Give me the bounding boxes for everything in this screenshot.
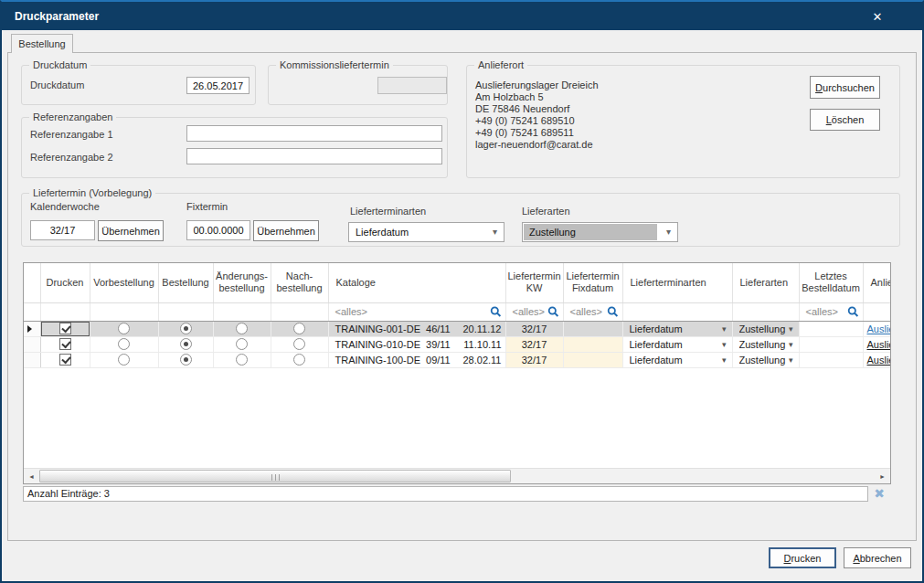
chevron-down-icon[interactable]: ▾	[789, 355, 793, 365]
clear-filter-icon[interactable]: ✖	[870, 485, 888, 502]
cell-lieferterminart[interactable]: Lieferdatum▾	[622, 321, 732, 336]
cell-drucken[interactable]	[40, 321, 90, 336]
filter-kataloge[interactable]: <alles>	[328, 302, 505, 321]
fixtermin-uebernehmen-button[interactable]: Übernehmen	[253, 220, 319, 241]
cell-aenderungsbestellung[interactable]	[213, 352, 271, 367]
nachbestellung-radio[interactable]	[293, 338, 305, 350]
abbrechen-button[interactable]: Abbrechen	[844, 547, 911, 568]
tab-bestellung[interactable]: Bestellung	[11, 34, 73, 53]
druckdatum-input[interactable]	[186, 77, 250, 94]
anlieferort-link[interactable]: Auslie	[864, 339, 891, 350]
vorbestellung-radio[interactable]	[118, 323, 130, 334]
vorbestellung-radio[interactable]	[118, 354, 130, 366]
anlieferort-link[interactable]: Auslie	[864, 355, 891, 366]
search-icon[interactable]	[547, 306, 559, 318]
chevron-down-icon[interactable]: ▾	[789, 340, 793, 349]
kalenderwoche-uebernehmen-button[interactable]: Übernehmen	[98, 220, 164, 241]
column-header-bestellung[interactable]: Bestellung	[158, 263, 213, 302]
cell-vorbestellung[interactable]	[90, 321, 158, 336]
cell-liefertermin-kw[interactable]: 32/17	[505, 352, 563, 367]
aenderungsbestellung-radio[interactable]	[236, 338, 248, 350]
cell-vorbestellung[interactable]	[90, 336, 158, 352]
close-icon[interactable]: ✕	[865, 8, 890, 26]
scroll-left-icon[interactable]: ◄	[24, 469, 39, 483]
column-header-aenderungsbestellung[interactable]: Änderungs- bestellung	[213, 263, 271, 302]
column-header-liefertermin-fixdatum[interactable]: Liefertermin Fixdatum	[563, 263, 622, 302]
filter-liefertermin-kw[interactable]: <alles>	[505, 302, 563, 321]
nachbestellung-radio[interactable]	[293, 354, 305, 366]
row-header[interactable]	[24, 336, 40, 352]
cell-katalog[interactable]: TRAINING-010-DE39/1111.10.11	[328, 336, 505, 352]
scrollbar-thumb[interactable]	[39, 470, 511, 482]
drucken-checkbox[interactable]	[59, 354, 71, 366]
scrollbar-track[interactable]	[39, 469, 875, 483]
fixtermin-input[interactable]	[186, 220, 250, 240]
drucken-checkbox[interactable]	[59, 323, 71, 334]
cell-lieferart[interactable]: Zustellung▾	[732, 336, 799, 352]
cell-vorbestellung[interactable]	[90, 352, 158, 367]
row-header[interactable]	[24, 352, 40, 367]
cell-lieferterminart[interactable]: Lieferdatum▾	[622, 336, 732, 352]
search-icon[interactable]	[607, 306, 619, 318]
bestellung-radio[interactable]	[180, 323, 192, 334]
table-row[interactable]: TRAINING-001-DE46/1120.11.12 32/17 Liefe…	[24, 321, 890, 336]
cell-letztes-bestelldatum[interactable]	[799, 336, 863, 352]
cell-katalog[interactable]: TRAINING-001-DE46/1120.11.12	[328, 321, 505, 336]
column-header-nachbestellung[interactable]: Nach- bestellung	[271, 263, 328, 302]
cell-nachbestellung[interactable]	[271, 336, 328, 352]
drucken-button[interactable]: Drucken	[769, 547, 836, 568]
cell-bestellung[interactable]	[158, 352, 213, 367]
cell-liefertermin-kw[interactable]: 32/17	[505, 336, 563, 352]
cell-aenderungsbestellung[interactable]	[213, 321, 271, 336]
table-row[interactable]: TRAINING-010-DE39/1111.10.11 32/17 Liefe…	[24, 336, 890, 352]
anlieferort-link[interactable]: Auslie	[864, 323, 891, 334]
kommissionsliefertermin-input[interactable]	[377, 77, 447, 94]
column-header-lieferterminarten[interactable]: Lieferterminarten	[622, 263, 732, 302]
column-header-lieferarten[interactable]: Lieferarten	[732, 263, 799, 302]
column-header-letztes-bestelldatum[interactable]: Letztes Bestelldatum	[799, 263, 863, 302]
vorbestellung-radio[interactable]	[118, 338, 130, 350]
aenderungsbestellung-radio[interactable]	[236, 354, 248, 366]
cell-lieferart[interactable]: Zustellung▾	[732, 352, 799, 367]
cell-lieferart[interactable]: Zustellung▾	[732, 321, 799, 336]
referenzangabe1-input[interactable]	[186, 125, 442, 142]
filter-letztes-bestelldatum[interactable]: <alles>	[799, 302, 863, 321]
cell-liefertermin-fixdatum[interactable]	[563, 336, 622, 352]
row-header[interactable]	[24, 321, 40, 336]
loeschen-button[interactable]: Löschen	[810, 109, 880, 131]
cell-liefertermin-fixdatum[interactable]	[563, 321, 622, 336]
chevron-down-icon[interactable]: ▾	[789, 324, 793, 334]
lieferterminarten-select[interactable]: Lieferdatum ▾	[348, 222, 504, 242]
bestellung-radio[interactable]	[180, 354, 192, 366]
cell-liefertermin-fixdatum[interactable]	[563, 352, 622, 367]
cell-katalog[interactable]: TRAINING-100-DE09/1128.02.11	[328, 352, 505, 367]
durchsuchen-button[interactable]: Durchsuchen	[810, 76, 880, 99]
search-icon[interactable]	[847, 306, 859, 318]
column-header-anlieferort[interactable]: Anlief	[863, 263, 890, 302]
chevron-down-icon[interactable]: ▾	[493, 227, 497, 237]
table-row[interactable]: TRAINING-100-DE09/1128.02.11 32/17 Liefe…	[24, 352, 890, 367]
cell-bestellung[interactable]	[158, 321, 213, 336]
column-header-vorbestellung[interactable]: Vorbestellung	[90, 263, 158, 302]
cell-drucken[interactable]	[40, 336, 90, 352]
cell-letztes-bestelldatum[interactable]	[799, 352, 863, 367]
horizontal-scrollbar[interactable]: ◄ ►	[24, 468, 890, 483]
cell-drucken[interactable]	[40, 352, 90, 367]
search-icon[interactable]	[490, 306, 502, 318]
cell-lieferterminart[interactable]: Lieferdatum▾	[622, 352, 732, 367]
cell-letztes-bestelldatum[interactable]	[799, 321, 863, 336]
cell-nachbestellung[interactable]	[271, 321, 328, 336]
chevron-down-icon[interactable]: ▾	[666, 227, 671, 237]
titlebar[interactable]: Druckparameter ✕	[0, 0, 924, 30]
column-header-drucken[interactable]: Drucken	[40, 263, 90, 302]
cell-bestellung[interactable]	[158, 336, 213, 352]
nachbestellung-radio[interactable]	[293, 323, 305, 334]
aenderungsbestellung-radio[interactable]	[236, 323, 248, 334]
bestellung-radio[interactable]	[180, 338, 192, 350]
filter-liefertermin-fixdatum[interactable]: <alles>	[563, 302, 622, 321]
scroll-right-icon[interactable]: ►	[875, 469, 890, 483]
column-header-liefertermin-kw[interactable]: Liefertermin KW	[505, 263, 563, 302]
column-header-kataloge[interactable]: Kataloge	[328, 263, 505, 302]
drucken-checkbox[interactable]	[59, 338, 71, 350]
chevron-down-icon[interactable]: ▾	[722, 340, 727, 349]
